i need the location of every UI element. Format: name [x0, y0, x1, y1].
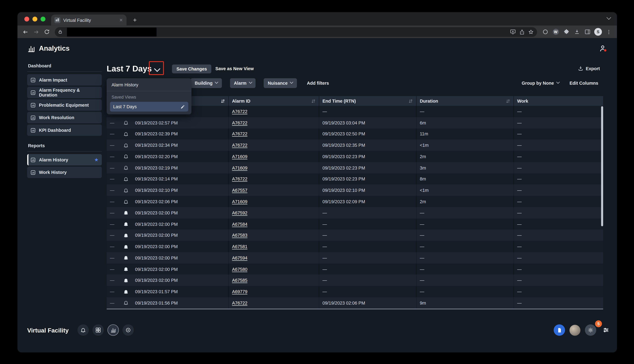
alarm-id-link[interactable]: A67557: [232, 188, 248, 192]
sidebar-item-kpi-dashboard[interactable]: KPI Dashboard: [27, 124, 102, 136]
saved-view-label: Last 7 Days: [113, 104, 137, 109]
alarm-id-link[interactable]: A67581: [232, 244, 248, 249]
extension-icon-ring[interactable]: [540, 27, 550, 37]
alarm-id-link[interactable]: A76722: [232, 176, 248, 182]
table-row[interactable]: — 09/19/2023 02:00 PM A67594 — — —: [107, 252, 603, 264]
table-row[interactable]: — 09/19/2023 02:00 PM A67585 — — —: [107, 275, 603, 286]
forward-button[interactable]: [31, 27, 41, 37]
sort-icon[interactable]: [506, 99, 510, 103]
table-row[interactable]: — 09/19/2023 02:00 PM A67580 — — —: [107, 264, 603, 275]
vertical-scrollbar-thumb[interactable]: [601, 106, 603, 226]
duration-cell: 6m: [416, 117, 514, 128]
tab-search-chevron-icon[interactable]: [607, 14, 610, 21]
edit-columns-button[interactable]: Edit Columns: [570, 81, 598, 86]
work-cell: —: [514, 252, 603, 264]
account-alert-icon[interactable]: [600, 44, 607, 52]
browser-tab[interactable]: Virtual Facility: [51, 15, 127, 26]
address-bar[interactable]: [55, 27, 537, 37]
table-row[interactable]: — 09/19/2023 02:57 PM A76722 09/19/2023 …: [107, 117, 603, 128]
add-filters-button[interactable]: Add filters: [307, 81, 329, 86]
user-avatar[interactable]: [570, 324, 580, 336]
alarm-id-link[interactable]: A71609: [232, 154, 248, 159]
apps-grid-button[interactable]: [92, 324, 104, 336]
zoom-window-button[interactable]: [40, 17, 46, 22]
extensions-puzzle-icon[interactable]: [561, 27, 571, 37]
side-panel-icon[interactable]: [582, 27, 592, 37]
alarm-id-link[interactable]: A76722: [232, 300, 248, 305]
view-dropdown-chevron-icon[interactable]: [153, 66, 161, 74]
sidebar-item-alarm-impact[interactable]: Alarm Impact: [27, 74, 102, 86]
horizontal-scrollbar[interactable]: [107, 308, 603, 309]
filter-pill-alarm[interactable]: Alarm: [230, 78, 256, 88]
notifications-bell-button[interactable]: [78, 324, 89, 336]
alarm-id-link[interactable]: A76722: [232, 120, 248, 125]
column-header-end-time-rtn[interactable]: End Time (RTN): [319, 96, 416, 106]
back-button[interactable]: [21, 27, 30, 37]
sidebar-item-problematic-equipment[interactable]: Problematic Equipment: [27, 99, 102, 111]
bookmark-star-icon[interactable]: [528, 29, 534, 34]
column-header-alarm-id[interactable]: Alarm ID: [228, 96, 319, 106]
group-by-button[interactable]: Group by None: [522, 81, 559, 86]
table-row[interactable]: — 09/19/2023 02:19 PM A71609 09/19/2023 …: [107, 162, 603, 174]
documents-button[interactable]: [554, 324, 565, 336]
filter-sliders-button[interactable]: 5: [601, 325, 612, 336]
close-tab-icon[interactable]: [119, 18, 124, 22]
sort-icon[interactable]: [408, 99, 413, 103]
sort-icon[interactable]: [220, 99, 225, 103]
edit-pencil-icon[interactable]: [180, 104, 185, 109]
alarm-id-link[interactable]: A67592: [232, 210, 248, 215]
install-app-icon[interactable]: [510, 29, 516, 35]
saved-view-item-last-7-days[interactable]: Last 7 Days: [110, 102, 188, 112]
table-row[interactable]: — 09/19/2023 02:00 PM A67581 — — —: [107, 241, 603, 252]
alarm-id-link[interactable]: A67585: [232, 278, 248, 283]
table-row[interactable]: — 09/19/2023 02:00 PM A67592 — — —: [107, 207, 603, 218]
save-changes-button[interactable]: Save Changes: [172, 64, 212, 73]
filter-pill-building[interactable]: Building: [191, 78, 222, 88]
alarm-id-link[interactable]: A71609: [232, 165, 248, 170]
table-row[interactable]: — 09/19/2023 02:14 PM A76722 09/19/2023 …: [107, 174, 603, 185]
browser-profile-avatar[interactable]: S: [594, 28, 602, 36]
table-row[interactable]: — 09/19/2023 02:06 PM A71609 09/19/2023 …: [107, 196, 603, 207]
settings-gear-button[interactable]: [585, 324, 596, 336]
table-row[interactable]: — 09/19/2023 02:00 PM A67584 — — —: [107, 218, 603, 230]
sidebar-item-work-resolution[interactable]: Work Resolution: [27, 112, 102, 123]
downloads-icon[interactable]: [572, 27, 582, 37]
alarm-id-link[interactable]: A69779: [232, 289, 248, 294]
reload-button[interactable]: [42, 27, 52, 37]
export-button[interactable]: Export: [578, 66, 600, 71]
save-as-new-view-button[interactable]: Save as New View: [216, 66, 254, 71]
new-tab-button[interactable]: [130, 15, 140, 25]
menu-kebab-icon[interactable]: [604, 27, 614, 37]
table-row[interactable]: — 09/19/2023 02:34 PM A76722 09/19/2023 …: [107, 140, 603, 151]
sort-icon[interactable]: [311, 99, 316, 103]
sidebar-item-work-history[interactable]: Work History: [27, 167, 102, 178]
sidebar-item-alarm-frequency-duration[interactable]: Alarm Frequency & Duration: [27, 87, 102, 98]
table-row[interactable]: — 09/19/2023 01:57 PM A69779 — — —: [107, 286, 603, 297]
table-row[interactable]: — 09/19/2023 02:39 PM A76722 09/19/2023 …: [107, 128, 603, 140]
alarm-id-link[interactable]: A76722: [232, 109, 248, 114]
table-row[interactable]: — 09/19/2023 02:20 PM A71609 09/19/2023 …: [107, 151, 603, 162]
table-row[interactable]: — 09/19/2023 01:56 PM A76722 09/19/2023 …: [107, 297, 603, 308]
minimize-window-button[interactable]: [32, 17, 37, 22]
app-header: Analytics: [27, 38, 70, 59]
end-time-cell: 09/19/2023 02:23 PM: [319, 174, 416, 185]
target-button[interactable]: [122, 324, 134, 336]
analytics-app-button[interactable]: [108, 324, 119, 336]
table-row[interactable]: — 09/19/2023 02:00 PM A67583 — — —: [107, 230, 603, 241]
share-icon[interactable]: [519, 29, 525, 34]
alarm-id-link[interactable]: A76722: [232, 143, 248, 148]
extension-icon-w[interactable]: W: [551, 27, 560, 37]
alarm-id-link[interactable]: A67584: [232, 222, 248, 226]
lock-icon[interactable]: [58, 30, 62, 34]
sidebar-item-alarm-history[interactable]: Alarm History★: [27, 154, 102, 166]
close-window-button[interactable]: [24, 17, 29, 22]
alarm-id-link[interactable]: A67580: [232, 267, 248, 272]
column-header-duration[interactable]: Duration: [416, 96, 514, 106]
alarm-id-link[interactable]: A67594: [232, 256, 248, 260]
alarm-id-link[interactable]: A76722: [232, 132, 248, 136]
profile-initial: S: [597, 30, 599, 34]
alarm-id-link[interactable]: A71609: [232, 199, 248, 204]
alarm-id-link[interactable]: A67583: [232, 233, 248, 238]
table-row[interactable]: — 09/19/2023 02:10 PM A67557 09/19/2023 …: [107, 185, 603, 196]
filter-pill-nuisance[interactable]: Nuisance: [264, 78, 297, 88]
